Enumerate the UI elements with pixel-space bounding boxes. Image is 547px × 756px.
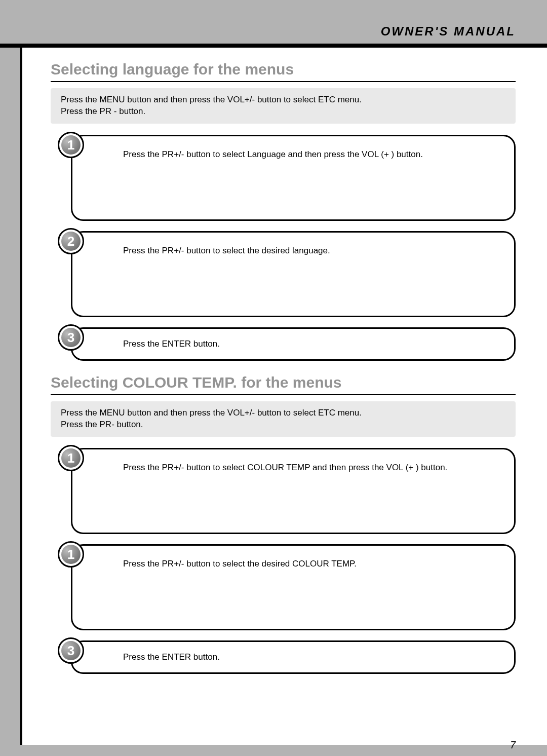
step-text: Press the PR+/- button to select Languag… <box>123 149 423 159</box>
step-number: 3 <box>67 331 74 344</box>
header-rule <box>0 44 547 48</box>
intro-line: Press the MENU button and then press the… <box>61 407 505 419</box>
step-badge: 1 <box>58 132 84 158</box>
step-number: 1 <box>67 451 74 465</box>
step-text: Press the PR+/- button to select the des… <box>123 559 357 569</box>
section-title: Selecting language for the menus <box>51 61 516 82</box>
step-number: 1 <box>67 548 74 561</box>
intro-line: Press the MENU button and then press the… <box>61 94 505 106</box>
step-box: Press the ENTER button. <box>71 640 516 674</box>
step-box: Press the PR+/- button to select the des… <box>71 231 516 317</box>
header-band: OWNER'S MANUAL <box>0 0 547 44</box>
step-number: 2 <box>67 235 74 248</box>
step-badge: 1 <box>58 445 84 471</box>
step: Press the PR+/- button to select the des… <box>51 544 516 630</box>
manual-label: OWNER'S MANUAL <box>381 24 516 39</box>
left-margin-rule <box>20 48 22 756</box>
step-box: Press the PR+/- button to select COLOUR … <box>71 448 516 534</box>
intro-line: Press the PR - button. <box>61 106 505 118</box>
step-badge: 1 <box>58 541 84 568</box>
step: Press the ENTER button. 3 <box>51 640 516 674</box>
step-text: Press the ENTER button. <box>123 339 220 349</box>
step-number: 1 <box>67 138 74 152</box>
step: Press the PR+/- button to select Languag… <box>51 135 516 221</box>
bottom-strip <box>0 745 547 756</box>
page-number: 7 <box>510 739 516 751</box>
step-box: Press the ENTER button. <box>71 327 516 361</box>
page-content: Selecting language for the menus Press t… <box>51 61 516 684</box>
step-badge: 2 <box>58 228 84 254</box>
step-text: Press the PR+/- button to select the des… <box>123 246 330 255</box>
step-badge: 3 <box>58 324 84 351</box>
step-box: Press the PR+/- button to select the des… <box>71 544 516 630</box>
section-title: Selecting COLOUR TEMP. for the menus <box>51 374 516 395</box>
step-box: Press the PR+/- button to select Languag… <box>71 135 516 221</box>
intro-box: Press the MENU button and then press the… <box>51 88 516 124</box>
step-number: 3 <box>67 644 74 657</box>
intro-line: Press the PR- button. <box>61 419 505 431</box>
intro-box: Press the MENU button and then press the… <box>51 401 516 437</box>
step: Press the ENTER button. 3 <box>51 327 516 361</box>
left-margin-strip <box>0 48 20 756</box>
step: Press the PR+/- button to select COLOUR … <box>51 448 516 534</box>
step-text: Press the ENTER button. <box>123 652 220 662</box>
step-text: Press the PR+/- button to select COLOUR … <box>123 463 447 472</box>
step-badge: 3 <box>58 637 84 664</box>
step: Press the PR+/- button to select the des… <box>51 231 516 317</box>
